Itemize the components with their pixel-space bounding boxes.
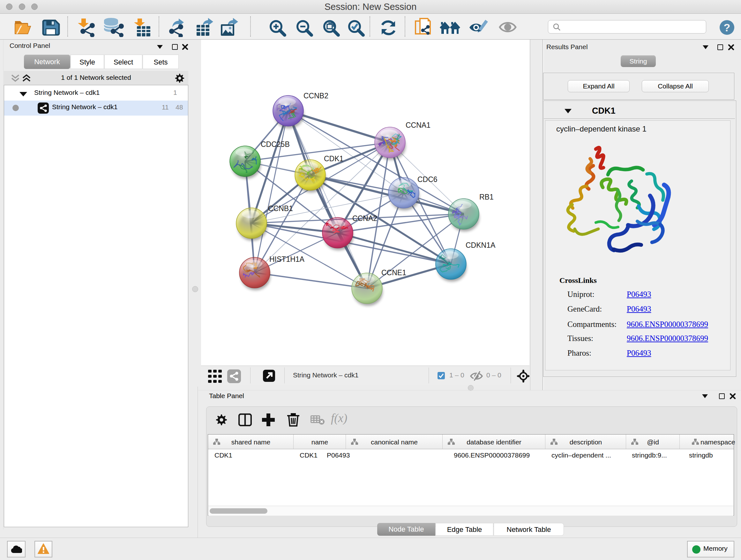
svg-text:CDKN1A: CDKN1A <box>466 241 495 249</box>
svg-text:CDC6: CDC6 <box>417 175 437 184</box>
svg-text:RB1: RB1 <box>479 193 494 201</box>
svg-text:CCNB1: CCNB1 <box>268 204 293 212</box>
svg-text:CDC25B: CDC25B <box>261 140 290 148</box>
svg-text:CCNA2: CCNA2 <box>352 214 377 223</box>
svg-text:CCNB2: CCNB2 <box>304 91 328 100</box>
svg-text:CCNE1: CCNE1 <box>381 268 406 277</box>
svg-text:CCNA1: CCNA1 <box>406 121 430 129</box>
svg-text:CDK1: CDK1 <box>324 154 343 163</box>
svg-text:HIST1H1A: HIST1H1A <box>269 255 305 263</box>
